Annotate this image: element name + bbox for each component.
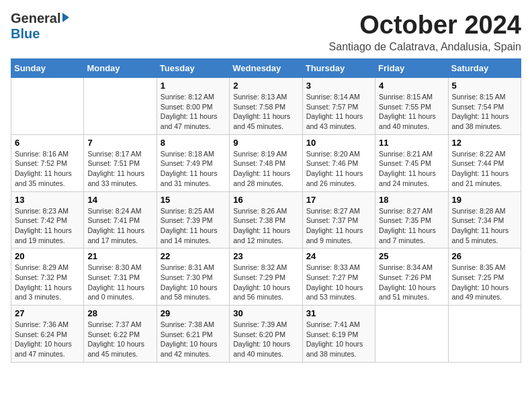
day-info: Sunrise: 8:33 AM Sunset: 7:27 PM Dayligh… <box>306 263 371 302</box>
day-info: Sunrise: 8:16 AM Sunset: 7:52 PM Dayligh… <box>15 149 80 189</box>
day-number: 10 <box>306 138 371 148</box>
day-number: 29 <box>161 308 226 318</box>
day-info: Sunrise: 8:31 AM Sunset: 7:30 PM Dayligh… <box>161 263 226 302</box>
day-number: 20 <box>15 251 80 261</box>
day-cell: 2Sunrise: 8:13 AM Sunset: 7:58 PM Daylig… <box>230 78 302 135</box>
day-number: 12 <box>452 138 517 148</box>
day-info: Sunrise: 8:13 AM Sunset: 7:58 PM Dayligh… <box>233 92 298 132</box>
day-number: 17 <box>306 195 371 205</box>
day-info: Sunrise: 8:29 AM Sunset: 7:32 PM Dayligh… <box>15 263 80 302</box>
day-info: Sunrise: 8:26 AM Sunset: 7:38 PM Dayligh… <box>233 206 298 246</box>
day-cell: 3Sunrise: 8:14 AM Sunset: 7:57 PM Daylig… <box>302 78 375 135</box>
header-cell-thursday: Thursday <box>302 59 375 78</box>
day-cell: 20Sunrise: 8:29 AM Sunset: 7:32 PM Dayli… <box>11 248 84 306</box>
day-number: 28 <box>87 308 152 318</box>
day-cell <box>448 306 521 363</box>
day-cell: 1Sunrise: 8:12 AM Sunset: 8:00 PM Daylig… <box>157 78 229 135</box>
logo-blue: Blue <box>11 26 40 42</box>
day-number: 30 <box>233 308 298 318</box>
day-info: Sunrise: 8:32 AM Sunset: 7:29 PM Dayligh… <box>233 263 298 302</box>
day-cell: 19Sunrise: 8:28 AM Sunset: 7:34 PM Dayli… <box>448 191 521 248</box>
day-cell: 16Sunrise: 8:26 AM Sunset: 7:38 PM Dayli… <box>230 191 302 248</box>
day-info: Sunrise: 7:38 AM Sunset: 6:21 PM Dayligh… <box>161 320 226 359</box>
day-number: 8 <box>161 138 226 148</box>
day-info: Sunrise: 8:25 AM Sunset: 7:39 PM Dayligh… <box>161 206 226 246</box>
day-info: Sunrise: 8:27 AM Sunset: 7:37 PM Dayligh… <box>306 206 371 246</box>
day-cell: 15Sunrise: 8:25 AM Sunset: 7:39 PM Dayli… <box>157 191 229 248</box>
day-number: 26 <box>452 251 517 261</box>
day-cell <box>375 306 448 363</box>
day-number: 13 <box>15 195 80 205</box>
day-number: 4 <box>379 81 444 91</box>
day-number: 1 <box>161 81 226 91</box>
header-cell-saturday: Saturday <box>448 59 521 78</box>
week-row-3: 13Sunrise: 8:23 AM Sunset: 7:42 PM Dayli… <box>11 191 521 248</box>
title-block: October 2024 Santiago de Calatrava, Anda… <box>329 11 521 53</box>
day-cell: 9Sunrise: 8:19 AM Sunset: 7:48 PM Daylig… <box>230 134 302 191</box>
day-number: 14 <box>87 195 152 205</box>
week-row-1: 1Sunrise: 8:12 AM Sunset: 8:00 PM Daylig… <box>11 78 521 135</box>
day-cell: 29Sunrise: 7:38 AM Sunset: 6:21 PM Dayli… <box>157 306 229 363</box>
day-info: Sunrise: 8:19 AM Sunset: 7:48 PM Dayligh… <box>233 149 298 189</box>
day-number: 22 <box>161 251 226 261</box>
day-info: Sunrise: 8:21 AM Sunset: 7:45 PM Dayligh… <box>379 149 444 189</box>
logo-arrow-icon <box>62 13 69 22</box>
day-number: 31 <box>306 308 371 318</box>
day-number: 11 <box>379 138 444 148</box>
day-number: 16 <box>233 195 298 205</box>
logo: General Blue <box>11 11 69 42</box>
day-info: Sunrise: 8:23 AM Sunset: 7:42 PM Dayligh… <box>15 206 80 246</box>
day-cell: 26Sunrise: 8:35 AM Sunset: 7:25 PM Dayli… <box>448 248 521 306</box>
day-cell: 6Sunrise: 8:16 AM Sunset: 7:52 PM Daylig… <box>11 134 84 191</box>
day-cell: 24Sunrise: 8:33 AM Sunset: 7:27 PM Dayli… <box>302 248 375 306</box>
day-info: Sunrise: 8:20 AM Sunset: 7:46 PM Dayligh… <box>306 149 371 189</box>
day-cell: 14Sunrise: 8:24 AM Sunset: 7:41 PM Dayli… <box>84 191 157 248</box>
week-row-2: 6Sunrise: 8:16 AM Sunset: 7:52 PM Daylig… <box>11 134 521 191</box>
header-row: SundayMondayTuesdayWednesdayThursdayFrid… <box>11 59 521 78</box>
day-number: 5 <box>452 81 517 91</box>
day-cell: 22Sunrise: 8:31 AM Sunset: 7:30 PM Dayli… <box>157 248 229 306</box>
day-number: 3 <box>306 81 371 91</box>
day-cell: 13Sunrise: 8:23 AM Sunset: 7:42 PM Dayli… <box>11 191 84 248</box>
month-title: October 2024 <box>329 11 521 40</box>
day-number: 25 <box>379 251 444 261</box>
day-number: 24 <box>306 251 371 261</box>
day-number: 21 <box>87 251 152 261</box>
day-info: Sunrise: 7:37 AM Sunset: 6:22 PM Dayligh… <box>87 320 152 359</box>
day-cell: 21Sunrise: 8:30 AM Sunset: 7:31 PM Dayli… <box>84 248 157 306</box>
day-cell: 12Sunrise: 8:22 AM Sunset: 7:44 PM Dayli… <box>448 134 521 191</box>
day-cell: 28Sunrise: 7:37 AM Sunset: 6:22 PM Dayli… <box>84 306 157 363</box>
header-cell-monday: Monday <box>84 59 157 78</box>
day-info: Sunrise: 8:17 AM Sunset: 7:51 PM Dayligh… <box>87 149 152 189</box>
header-cell-sunday: Sunday <box>11 59 84 78</box>
day-number: 19 <box>452 195 517 205</box>
day-info: Sunrise: 7:36 AM Sunset: 6:24 PM Dayligh… <box>15 320 80 359</box>
day-info: Sunrise: 8:27 AM Sunset: 7:35 PM Dayligh… <box>379 206 444 246</box>
day-info: Sunrise: 8:35 AM Sunset: 7:25 PM Dayligh… <box>452 263 517 302</box>
day-info: Sunrise: 7:41 AM Sunset: 6:19 PM Dayligh… <box>306 320 371 359</box>
day-cell: 25Sunrise: 8:34 AM Sunset: 7:26 PM Dayli… <box>375 248 448 306</box>
day-number: 18 <box>379 195 444 205</box>
day-cell <box>11 78 84 135</box>
day-cell <box>84 78 157 135</box>
day-info: Sunrise: 8:30 AM Sunset: 7:31 PM Dayligh… <box>87 263 152 302</box>
day-info: Sunrise: 8:18 AM Sunset: 7:49 PM Dayligh… <box>161 149 226 189</box>
day-info: Sunrise: 8:24 AM Sunset: 7:41 PM Dayligh… <box>87 206 152 246</box>
week-row-5: 27Sunrise: 7:36 AM Sunset: 6:24 PM Dayli… <box>11 306 521 363</box>
day-info: Sunrise: 8:12 AM Sunset: 8:00 PM Dayligh… <box>161 92 226 132</box>
day-info: Sunrise: 8:34 AM Sunset: 7:26 PM Dayligh… <box>379 263 444 302</box>
day-number: 23 <box>233 251 298 261</box>
day-number: 6 <box>15 138 80 148</box>
day-cell: 17Sunrise: 8:27 AM Sunset: 7:37 PM Dayli… <box>302 191 375 248</box>
day-cell: 4Sunrise: 8:15 AM Sunset: 7:55 PM Daylig… <box>375 78 448 135</box>
day-cell: 23Sunrise: 8:32 AM Sunset: 7:29 PM Dayli… <box>230 248 302 306</box>
day-number: 7 <box>87 138 152 148</box>
page-header: General Blue October 2024 Santiago de Ca… <box>11 11 521 53</box>
day-number: 9 <box>233 138 298 148</box>
location: Santiago de Calatrava, Andalusia, Spain <box>329 41 521 53</box>
logo-general: General <box>11 11 60 26</box>
header-cell-friday: Friday <box>375 59 448 78</box>
day-cell: 10Sunrise: 8:20 AM Sunset: 7:46 PM Dayli… <box>302 134 375 191</box>
day-number: 15 <box>161 195 226 205</box>
day-cell: 8Sunrise: 8:18 AM Sunset: 7:49 PM Daylig… <box>157 134 229 191</box>
